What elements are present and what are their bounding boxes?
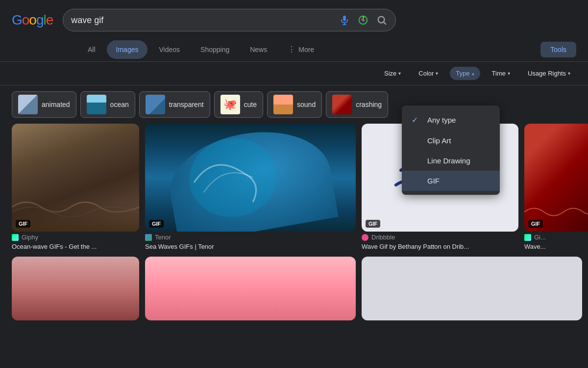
chip-animated[interactable]: animated — [12, 91, 76, 118]
chip-thumb-sound — [273, 95, 293, 114]
size-filter[interactable]: Size ▾ — [378, 67, 407, 80]
bottom-thumbnail-2 — [145, 257, 356, 320]
svg-point-4 — [362, 19, 365, 22]
bottom-thumbnail-1 — [12, 257, 139, 320]
giphy-source-name: Giphy — [22, 234, 38, 241]
dropdown-item-any-type[interactable]: ✓ Any type — [402, 109, 500, 131]
dribbble-source-icon — [362, 234, 368, 241]
dropdown-item-gif[interactable]: GIF — [402, 171, 500, 191]
image-card-giphy[interactable]: GIF Giphy Ocean-wave GIFs - Get the ... — [12, 124, 139, 251]
dropdown-item-line-drawing[interactable]: Line Drawing — [402, 151, 500, 171]
search-icon[interactable] — [376, 14, 388, 26]
svg-line-6 — [384, 22, 386, 24]
extra-image[interactable]: GIF — [524, 124, 588, 232]
image-card-extra[interactable]: GIF Gi... Wave... — [524, 124, 588, 251]
dribbble-source-row: Dribbble Wave Gif by Bethany Patton on D… — [362, 232, 518, 251]
tab-images[interactable]: Images — [107, 40, 148, 59]
search-icons — [339, 14, 388, 26]
chip-transparent[interactable]: transparent — [139, 91, 210, 118]
tenor-source-icon — [145, 234, 152, 241]
google-logo: Google — [12, 12, 53, 28]
usage-rights-filter[interactable]: Usage Rights ▾ — [522, 67, 576, 80]
tab-videos[interactable]: Videos — [149, 40, 189, 59]
chip-cute[interactable]: 🐙 cute — [214, 91, 263, 118]
tenor-source-name: Tenor — [155, 234, 171, 241]
size-chevron-icon: ▾ — [398, 71, 401, 76]
tenor-source-row: Tenor Sea Waves GIFs | Tenor — [145, 232, 356, 251]
bottom-card-3[interactable] — [362, 257, 582, 320]
type-chevron-icon: ▴ — [472, 71, 474, 76]
search-input[interactable]: wave gif — [71, 15, 333, 26]
chip-sound[interactable]: sound — [267, 91, 322, 118]
tools-button[interactable]: Tools — [540, 42, 576, 57]
bottom-row — [0, 251, 588, 320]
chip-extra[interactable]: crashing — [326, 91, 388, 118]
chip-thumb-animated — [18, 95, 38, 114]
image-grid: GIF Giphy Ocean-wave GIFs - Get the ... … — [0, 124, 588, 251]
image-card-tenor[interactable]: GIF Tenor Sea Waves GIFs | Tenor — [145, 124, 356, 251]
svg-point-7 — [184, 133, 282, 222]
type-dropdown: ✓ Any type Clip Art Line Drawing GIF — [402, 105, 500, 195]
giphy-title: Ocean-wave GIFs - Get the ... — [12, 243, 97, 250]
giphy-source-row: Giphy Ocean-wave GIFs - Get the ... — [12, 232, 139, 251]
chip-thumb-ocean — [87, 95, 106, 114]
tab-all[interactable]: All — [78, 40, 105, 59]
tenor-thumbnail — [145, 124, 356, 232]
svg-rect-0 — [343, 16, 346, 21]
dribbble-title: Wave Gif by Bethany Patton on Drib... — [362, 243, 469, 250]
mic-icon[interactable] — [339, 14, 350, 26]
extra-source-row: Gi... Wave... — [524, 232, 588, 251]
chip-thumb-transparent — [146, 95, 165, 114]
gif-badge-giphy: GIF — [16, 220, 30, 228]
type-filter[interactable]: Type ▴ — [450, 67, 480, 80]
lens-icon[interactable] — [357, 14, 369, 26]
tab-shopping[interactable]: Shopping — [191, 40, 239, 59]
chips-row: animated ocean transparent 🐙 cute sound … — [0, 85, 588, 124]
tenor-image[interactable]: GIF — [145, 124, 356, 232]
header: Google wave gif — [0, 0, 588, 39]
extra-source-icon — [524, 234, 531, 241]
bottom-card-1[interactable] — [12, 257, 139, 320]
dropdown-item-clip-art[interactable]: Clip Art — [402, 131, 500, 151]
extra-title: Wave... — [524, 243, 546, 250]
chip-thumb-cute: 🐙 — [220, 95, 240, 114]
nav-tabs: All Images Videos Shopping News ⋮ More T… — [0, 39, 588, 62]
giphy-thumbnail — [12, 124, 139, 232]
gif-badge-dribbble: GIF — [366, 220, 380, 228]
bottom-thumbnail-3 — [362, 257, 582, 320]
tab-news[interactable]: News — [241, 40, 276, 59]
giphy-source-icon — [12, 234, 19, 241]
bottom-card-2[interactable] — [145, 257, 356, 320]
usage-rights-chevron-icon: ▾ — [568, 71, 570, 76]
color-filter[interactable]: Color ▾ — [413, 67, 444, 80]
dribbble-source-name: Dribbble — [371, 234, 395, 241]
gif-badge-tenor: GIF — [149, 220, 164, 228]
filter-row: Size ▾ Color ▾ Type ▴ Time ▾ Usage Right… — [0, 62, 588, 85]
chip-ocean[interactable]: ocean — [80, 91, 135, 118]
check-icon: ✓ — [412, 115, 421, 125]
gif-badge-extra: GIF — [528, 220, 543, 228]
tab-more[interactable]: ⋮ More — [278, 39, 323, 59]
extra-source-name: Gi... — [534, 234, 546, 241]
color-chevron-icon: ▾ — [436, 71, 438, 76]
extra-thumbnail — [524, 124, 588, 232]
time-filter[interactable]: Time ▾ — [486, 67, 516, 80]
search-bar[interactable]: wave gif — [63, 9, 396, 31]
time-chevron-icon: ▾ — [508, 71, 510, 76]
giphy-image[interactable]: GIF — [12, 124, 139, 232]
chip-thumb-extra — [332, 95, 352, 114]
tenor-title: Sea Waves GIFs | Tenor — [145, 243, 214, 250]
